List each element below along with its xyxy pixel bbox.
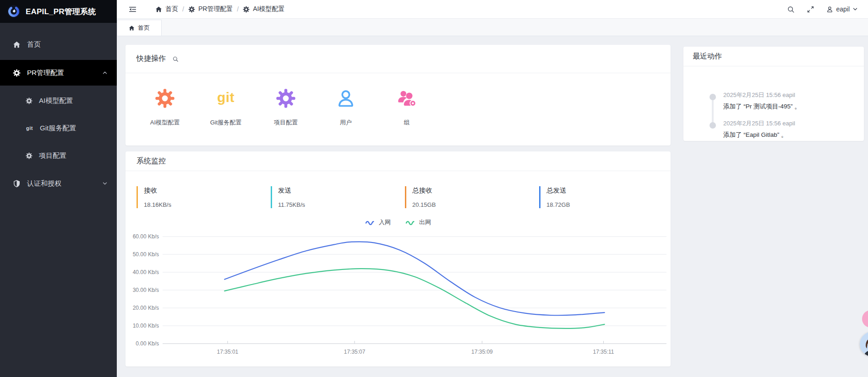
quick-action-label: Git服务配置: [198, 118, 253, 127]
sidebar-item-label: 认证和授权: [27, 179, 61, 188]
home-icon: [13, 41, 21, 48]
gear-icon: [188, 6, 195, 13]
legend-item-1[interactable]: 出网: [405, 218, 431, 226]
series-line-1: [224, 269, 604, 329]
net-stat-label: 总接收: [412, 186, 536, 195]
quick-action-icon-wrap: git: [198, 88, 253, 110]
quick-action-ai-model-config[interactable]: AI模型配置: [137, 88, 192, 127]
breadcrumb-item-pr-config[interactable]: PR管理配置: [188, 5, 233, 13]
net-stat-label: 发送: [278, 186, 402, 195]
sidebar-item-label: 首页: [27, 40, 41, 49]
breadcrumb-label: 首页: [165, 5, 178, 13]
timeline-dot: [710, 94, 716, 100]
net-stat-1: 发送11.75KB/s: [271, 186, 402, 208]
sidebar-menu: 首页PR管理配置AI模型配置gitGit服务配置项目配置认证和授权: [0, 23, 117, 196]
quick-action-label: 项目配置: [258, 118, 313, 127]
x-tick-label: 17:35:07: [344, 349, 366, 355]
recent-actions-header: 最近动作: [683, 47, 864, 66]
breadcrumb-label: PR管理配置: [198, 5, 233, 13]
gear-icon: [13, 69, 21, 77]
y-tick-label: 60.00 Kb/s: [133, 233, 159, 240]
sidebar-item-label: Git服务配置: [40, 124, 76, 133]
timeline-timestamp: 2025年2月25日 15:56 eapil: [723, 91, 795, 99]
tab-home[interactable]: 首页: [117, 20, 162, 36]
git-icon: git: [217, 88, 235, 107]
series-line-0: [224, 242, 604, 315]
breadcrumb: 首页/PR管理配置/AI模型配置: [155, 5, 284, 13]
quick-action-users[interactable]: 用户: [318, 88, 373, 127]
user-icon: [826, 6, 833, 13]
quick-action-label: AI模型配置: [137, 118, 192, 127]
net-stat-3: 总发送18.72GB: [539, 186, 670, 208]
user-name: eapil: [836, 5, 850, 13]
y-tick-label: 50.00 Kb/s: [133, 251, 159, 258]
net-stat-value: 11.75KB/s: [278, 201, 402, 208]
timeline-action-text: 添加了 “Eapil Gitlab” 。: [723, 131, 787, 139]
quick-action-icon-wrap: [258, 88, 313, 110]
app-logo: EAPIL_PR管理系统: [0, 0, 117, 23]
recent-actions-title: 最近动作: [693, 52, 722, 61]
sidebar-item-label: AI模型配置: [39, 97, 73, 105]
quick-action-groups[interactable]: 组: [379, 88, 434, 127]
legend-label: 出网: [419, 218, 431, 226]
chevron-down-icon: [102, 181, 108, 186]
quick-search-icon[interactable]: [172, 56, 179, 62]
sidebar-item-label: PR管理配置: [27, 69, 64, 77]
sidebar-item-label: 项目配置: [39, 151, 66, 160]
net-stat-value: 18.72GB: [546, 201, 670, 208]
chevron-down-icon: [852, 6, 858, 12]
user-menu[interactable]: eapil: [826, 5, 858, 13]
sidebar-item-auth[interactable]: 认证和授权: [0, 171, 117, 196]
timeline-dot: [710, 122, 716, 129]
quick-action-git-service-config[interactable]: gitGit服务配置: [198, 88, 253, 127]
breadcrumb-item-ai-model-config[interactable]: AI模型配置: [243, 5, 284, 13]
x-tick-label: 17:35:11: [593, 349, 614, 355]
recent-actions-timeline: 2025年2月25日 15:56 eapil添加了 “Pr 测试项目-495” …: [683, 66, 864, 141]
sidebar-item-ai-model-config[interactable]: AI模型配置: [0, 88, 117, 113]
navbar-tools: eapil: [787, 5, 868, 13]
x-tick-label: 17:35:01: [217, 349, 239, 355]
gear-icon: [155, 88, 175, 108]
sidebar-item-git-service-config[interactable]: gitGit服务配置: [0, 116, 117, 140]
y-tick-label: 20.00 Kb/s: [133, 305, 159, 311]
wave-icon: [405, 220, 415, 225]
x-tick-label: 17:35:09: [471, 349, 493, 355]
net-stat-label: 总发送: [546, 186, 670, 195]
app-title: EAPIL_PR管理系统: [26, 6, 96, 17]
quick-actions-card: 快捷操作 AI模型配置gitGit服务配置项目配置用户组: [126, 45, 671, 145]
tab-bar: 首页: [117, 18, 868, 36]
timeline-connector: [712, 97, 714, 125]
main-content: 快捷操作 AI模型配置gitGit服务配置项目配置用户组 系统监控 接收18.1…: [117, 36, 868, 377]
home-icon: [129, 25, 135, 31]
quick-action-label: 组: [379, 118, 434, 127]
quick-action-icon-wrap: [379, 88, 434, 110]
wave-icon: [365, 220, 375, 225]
chevron-up-icon: [102, 70, 108, 75]
timeline-action-text: 添加了 “Pr 测试项目-495” 。: [723, 102, 801, 111]
gear-icon: [26, 97, 33, 104]
git-icon: git: [26, 125, 33, 131]
recent-actions-card: 最近动作 2025年2月25日 15:56 eapil添加了 “Pr 测试项目-…: [683, 47, 864, 141]
system-monitor-header: 系统监控: [126, 151, 671, 171]
net-stat-value: 18.16KB/s: [144, 201, 267, 208]
timeline-timestamp: 2025年2月25日 15:56 eapil: [723, 119, 795, 128]
fullscreen-icon[interactable]: [807, 5, 814, 13]
quick-actions-title: 快捷操作: [136, 54, 166, 64]
sidebar-item-pr-config[interactable]: PR管理配置: [0, 60, 117, 86]
quick-action-project-config[interactable]: 项目配置: [258, 88, 313, 127]
shield-icon: [13, 180, 21, 188]
sidebar-fold-icon[interactable]: [128, 5, 137, 14]
breadcrumb-label: AI模型配置: [253, 5, 284, 13]
legend-item-0[interactable]: 入网: [365, 218, 391, 226]
breadcrumb-item-home[interactable]: 首页: [155, 5, 178, 13]
top-navbar: 首页/PR管理配置/AI模型配置 eapil: [117, 0, 868, 19]
y-tick-label: 0.00 Kb/s: [136, 340, 159, 347]
search-icon[interactable]: [787, 5, 795, 13]
gear-icon: [276, 88, 296, 108]
sidebar-item-home[interactable]: 首页: [0, 32, 117, 57]
chart-legend: 入网出网: [126, 218, 671, 226]
net-stat-2: 总接收20.15GB: [405, 186, 536, 208]
y-tick-label: 10.00 Kb/s: [133, 323, 159, 329]
sidebar-item-project-config[interactable]: 项目配置: [0, 143, 117, 168]
home-icon: [155, 6, 162, 13]
